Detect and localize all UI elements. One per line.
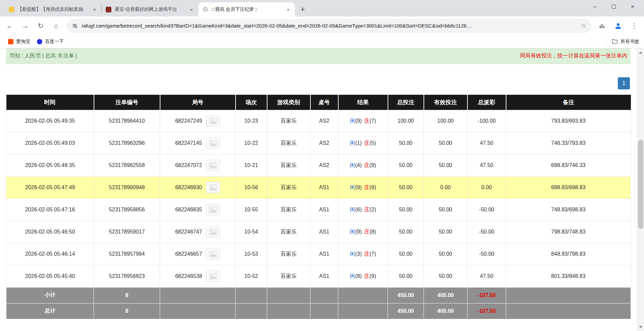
tab-1[interactable]: 【新提醒】【海燕优质回帖奖励 × — [5, 2, 101, 16]
cell-game-type: 百家乐 — [267, 199, 310, 221]
cell-session: 10-23 — [236, 110, 267, 132]
summary-valid-bet: 400.00 — [424, 287, 467, 303]
video-icon[interactable] — [206, 271, 220, 282]
cell-round-no: 682246538 — [160, 265, 236, 287]
video-icon[interactable] — [206, 226, 220, 238]
banker-result: 庄 — [364, 251, 369, 257]
cell-total-bet: 50.00 — [388, 199, 424, 221]
cell-table-no: AS2 — [310, 110, 338, 132]
cell-valid-bet: 50.00 — [424, 154, 467, 176]
video-icon[interactable] — [206, 160, 220, 171]
cell-table-no: AS1 — [310, 221, 338, 243]
round-no-text: 682246930 — [175, 184, 202, 191]
banker-result: 庄 — [364, 229, 369, 235]
video-icon[interactable] — [206, 204, 220, 215]
cell-table-no: AS1 — [310, 265, 338, 287]
summary-empty-cell — [267, 287, 310, 303]
column-header: 桌号 — [310, 95, 338, 110]
bet-row[interactable]: 2026-02-05 05:46:50 523178959017 6822467… — [6, 221, 631, 243]
summary-valid-bet: 400.00 — [424, 303, 467, 319]
url-text[interactable]: rafugf.com/game/betrecord_search/kind3?B… — [82, 23, 577, 29]
cell-valid-bet: 100.00 — [424, 110, 467, 132]
address-bar[interactable]: rafugf.com/game/betrecord_search/kind3?B… — [66, 19, 592, 33]
site-settings-icon[interactable] — [72, 23, 78, 29]
bookmarks-bar: 爱淘宝 百度一下 所有书签 — [0, 35, 644, 48]
summary-empty-cell — [160, 287, 236, 303]
cell-payout: -100.00 — [467, 110, 506, 132]
bet-row[interactable]: 2026-02-05 05:49:03 523178963296 6822471… — [6, 132, 631, 154]
cell-total-bet: 50.00 — [388, 132, 424, 154]
round-no-text: 682246835 — [175, 207, 202, 213]
banker-result: 庄 — [364, 140, 369, 146]
bet-row[interactable]: 2026-02-05 05:47:16 523178959856 6822468… — [6, 199, 631, 221]
scrollbar[interactable] — [637, 48, 644, 331]
column-header: 有效投注 — [424, 95, 467, 110]
reload-button[interactable]: ↻ — [34, 19, 48, 33]
video-icon[interactable] — [206, 137, 220, 149]
home-button[interactable]: ⌂ — [49, 19, 63, 33]
bookmark-baidu[interactable]: 百度一下 — [34, 37, 67, 47]
cell-bet-no: 523178956823 — [94, 265, 160, 287]
maximize-button[interactable] — [604, 0, 623, 13]
tab-close-icon[interactable]: × — [285, 6, 292, 13]
summary-empty-cell — [310, 303, 338, 319]
video-icon[interactable] — [206, 248, 220, 260]
column-header: 游戏类别 — [267, 95, 310, 110]
player-result: 闲 — [350, 229, 355, 235]
round-no-text: 682247145 — [175, 140, 202, 146]
tab-2[interactable]: 通宝-信誉最好的网上游戏平台 × — [102, 2, 198, 16]
tab-close-icon[interactable]: × — [188, 6, 195, 13]
bet-record-table: 时间注单编号局号场次游戏类别桌号结果总投注有效投注总派彩备注 2026-02-0… — [6, 95, 631, 319]
menu-icon[interactable]: ⋮ — [627, 19, 641, 33]
tab-strip: 【新提醒】【海燕优质回帖奖励 × 通宝-信誉最好的网上游戏平台 × :::视讯 … — [0, 0, 644, 16]
all-bookmarks-button[interactable]: 所有书签 — [606, 38, 639, 46]
round-no-text: 682247072 — [175, 162, 202, 168]
cell-note: 848.83/798.83 — [506, 243, 631, 265]
cell-bet-no: 523178959017 — [94, 221, 160, 243]
media-controls-icon[interactable] — [595, 19, 609, 33]
cell-bet-no: 523178960948 — [94, 176, 160, 199]
page-1-button[interactable]: 1 — [618, 77, 630, 89]
cell-bet-no: 523178964410 — [94, 110, 160, 132]
tab-3-active[interactable]: :::视讯 会员下注纪录::: × — [198, 2, 295, 16]
cell-round-no: 682246747 — [160, 221, 236, 243]
bookmark-star-icon[interactable]: ☆ — [581, 22, 586, 30]
cell-time: 2026-02-05 05:46:14 — [6, 243, 94, 265]
back-button[interactable]: ← — [3, 19, 17, 33]
column-header: 局号 — [160, 95, 236, 110]
forward-button[interactable]: → — [18, 19, 32, 33]
cell-round-no: 682247145 — [160, 132, 236, 154]
cell-bet-no: 523178962558 — [94, 154, 160, 176]
cell-time: 2026-02-05 05:46:50 — [6, 221, 94, 243]
video-icon[interactable] — [206, 182, 220, 193]
cell-table-no: AS1 — [310, 176, 338, 199]
bet-row[interactable]: 2026-02-05 05:48:35 523178962558 6822470… — [6, 154, 631, 176]
column-header: 总派彩 — [467, 95, 506, 110]
bookmark-taobao[interactable]: 爱淘宝 — [5, 37, 34, 47]
banker-result: 庄 — [364, 162, 369, 168]
cell-result: 闲(8)庄(9) — [338, 265, 388, 287]
cell-game-type: 百家乐 — [267, 265, 310, 287]
new-tab-button[interactable]: + — [298, 4, 308, 14]
bet-row[interactable]: 2026-02-05 05:45:40 523178956823 6822465… — [6, 265, 631, 287]
close-window-button[interactable]: × — [623, 0, 642, 13]
summary-empty-cell — [160, 303, 236, 319]
bet-row[interactable]: 2026-02-05 05:46:14 523178957994 6822466… — [6, 243, 631, 265]
video-icon[interactable] — [206, 115, 220, 127]
minimize-button[interactable]: – — [586, 0, 604, 13]
cell-session: 10-22 — [236, 132, 267, 154]
profile-avatar-icon[interactable] — [611, 19, 625, 33]
scroll-up-button[interactable] — [637, 49, 644, 56]
bet-row[interactable]: 2026-02-05 05:49:35 523178964410 6822472… — [6, 110, 631, 132]
pagination: 1 — [6, 77, 630, 89]
summary-label: 总计 — [6, 303, 94, 319]
cell-table-no: AS2 — [310, 154, 338, 176]
bet-table-body: 2026-02-05 05:49:35 523178964410 6822472… — [6, 110, 631, 287]
bet-row[interactable]: 2026-02-05 05:47:49 523178960948 6822469… — [6, 176, 631, 199]
summary-empty-cell — [267, 303, 310, 319]
cell-time: 2026-02-05 05:48:35 — [6, 154, 94, 176]
cell-time: 2026-02-05 05:47:49 — [6, 176, 94, 199]
tab-close-icon[interactable]: × — [91, 6, 98, 13]
scroll-thumb[interactable] — [638, 140, 643, 229]
scroll-down-button[interactable] — [637, 324, 644, 330]
